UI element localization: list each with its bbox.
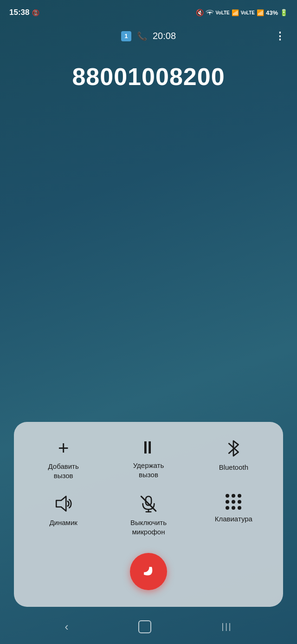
mute-mic-label: Выключитьмикрофон (130, 518, 167, 536)
status-time: 15:38 (9, 8, 29, 17)
status-right: 🔇 VoLTE 📶 VoLTE 📶 43% 🔋 (196, 9, 288, 17)
mute-icon: 🔇 (196, 9, 204, 16)
more-options-button[interactable]: ⋮ (275, 30, 286, 42)
battery-percent: 43% (266, 9, 278, 16)
sim-badge: 1 (121, 31, 131, 41)
call-duration: 20:08 (153, 31, 176, 41)
keypad-label: Клавиатура (215, 514, 252, 524)
lte1-label: VoLTE (216, 10, 230, 15)
end-call-icon (139, 562, 158, 581)
back-button[interactable]: ‹ (61, 617, 72, 637)
keypad-button[interactable]: Клавиатура (194, 494, 274, 536)
phone-number: 88001008200 (0, 49, 297, 100)
controls-panel: + Добавитьвызов ⏸ Удержатьвызов Bluetoot… (14, 422, 283, 607)
end-call-button[interactable] (130, 553, 167, 590)
notification-icon: 📵 (32, 9, 39, 16)
speaker-button[interactable]: Динамик (23, 494, 103, 536)
lte2-label: VoLTE (241, 10, 255, 15)
hold-label: Удержатьвызов (133, 461, 164, 479)
add-call-button[interactable]: + Добавитьвызов (23, 439, 103, 480)
home-button[interactable] (138, 620, 151, 633)
recent-apps-button[interactable]: ||| (218, 618, 236, 635)
end-call-container (23, 553, 274, 590)
signal2-icon: 📶 (257, 9, 264, 16)
keypad-icon (226, 494, 241, 510)
speaker-label: Динамик (49, 518, 77, 527)
mute-mic-button[interactable]: Выключитьмикрофон (108, 494, 188, 536)
speaker-icon (54, 494, 73, 513)
hold-icon: ⏸ (139, 439, 158, 456)
bluetooth-icon (224, 439, 243, 458)
status-bar: 15:38 📵 🔇 VoLTE 📶 VoLTE 📶 43% 🔋 (0, 0, 297, 23)
nav-bar: ‹ ||| (0, 609, 297, 644)
call-info-bar: 1 📞 20:08 ⋮ (0, 23, 297, 49)
status-left: 15:38 📵 (9, 8, 39, 17)
controls-grid: + Добавитьвызов ⏸ Удержатьвызов Bluetoot… (23, 439, 274, 536)
svg-marker-0 (56, 496, 66, 511)
signal1-icon: 📶 (232, 9, 239, 16)
wifi-icon (206, 9, 214, 17)
hold-button[interactable]: ⏸ Удержатьвызов (108, 439, 188, 480)
mute-mic-icon (139, 494, 158, 513)
add-call-label: Добавитьвызов (48, 462, 79, 480)
add-call-icon: + (58, 439, 69, 457)
bluetooth-label: Bluetooth (219, 463, 248, 472)
bluetooth-button[interactable]: Bluetooth (194, 439, 274, 480)
battery-icon: 🔋 (280, 9, 288, 16)
call-phone-icon: 📞 (137, 31, 147, 41)
